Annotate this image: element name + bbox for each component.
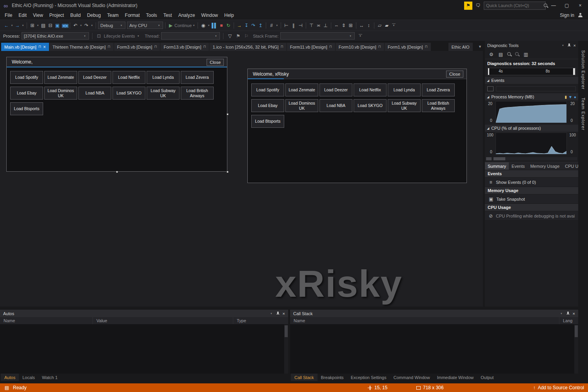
pin-tab-icon[interactable]: ⊓	[108, 45, 111, 49]
stack-frame-combo[interactable]: ▾	[280, 32, 355, 40]
save-all-icon[interactable]: ▣▣	[61, 22, 68, 29]
scroll-nub[interactable]	[486, 157, 492, 160]
document-tab[interactable]: Thirteen Theme.vb [Design]⊓	[49, 43, 114, 51]
stop-debugging-icon[interactable]: ■	[218, 22, 225, 29]
form-button[interactable]: Load Deezer	[319, 83, 352, 96]
cpu-section-header[interactable]: ◢ CPU (% of all processors)	[485, 125, 578, 132]
minimize-button[interactable]: —	[548, 2, 559, 9]
window-menu-icon[interactable]: ▾	[270, 312, 273, 315]
form-button[interactable]: Load NBA	[319, 99, 352, 112]
align-lefts-icon[interactable]: ⊢	[283, 22, 290, 29]
tool-tab-immediate-window[interactable]: Immediate Window	[434, 374, 477, 381]
resize-handle[interactable]	[116, 171, 118, 173]
nav-forward-dropdown-icon[interactable]: ▾	[21, 24, 25, 27]
zoom-in-icon[interactable]	[507, 52, 512, 57]
document-tab[interactable]: Form10.vb [Design]⊓	[336, 43, 384, 51]
form-button[interactable]: Load Subway UK	[388, 99, 421, 112]
debug-snapshot-icon[interactable]: ◉	[200, 22, 207, 29]
toolbar-overflow-icon[interactable]: ▾	[392, 24, 396, 27]
tool-tab-locals[interactable]: Locals	[19, 374, 38, 381]
vertical-spacing-icon[interactable]: ↕	[365, 22, 372, 29]
sidebar-tab-team-explorer[interactable]: Team Explorer	[581, 98, 586, 131]
continue-button[interactable]: Continue	[174, 23, 192, 28]
undo-icon[interactable]: ↶	[72, 22, 79, 29]
same-size-icon[interactable]: ⊞	[347, 22, 354, 29]
document-tab[interactable]: Ethic AIO	[448, 43, 473, 51]
continue-dropdown-icon[interactable]: ▾	[192, 24, 196, 27]
align-rights-icon[interactable]: ⊣	[297, 22, 304, 29]
pin-panel-icon[interactable]	[566, 311, 570, 316]
memory-section-header[interactable]: ◢ Process Memory (MB) ▮ ▼ ●	[485, 93, 578, 100]
menu-item-analyze[interactable]: Analyze	[175, 11, 198, 20]
code-analysis-icon[interactable]: #	[268, 22, 275, 29]
user-avatar-icon[interactable]	[577, 13, 583, 18]
menu-item-view[interactable]: View	[30, 11, 46, 20]
redo-dropdown-icon[interactable]: ▾	[90, 24, 94, 27]
new-project-dropdown-icon[interactable]: ▾	[36, 24, 40, 27]
designer-form-xrisky[interactable]: Welcome, xRisky Close Load Spotify Load …	[247, 69, 467, 183]
same-height-icon[interactable]: ⇕	[340, 22, 347, 29]
form-button[interactable]: Load Zevera	[181, 71, 214, 84]
designer-form-welcome[interactable]: Welcome, Close Load Spotify Load Zenmate…	[6, 57, 227, 172]
close-panel-icon[interactable]: ×	[573, 43, 576, 48]
form-button[interactable]: Load Zevera	[422, 83, 455, 96]
form-button[interactable]: Load Netflix	[113, 71, 145, 84]
document-tab[interactable]: Form3.vb [Design]⊓	[114, 43, 160, 51]
lifecycle-events-button[interactable]: Lifecycle Events	[104, 34, 135, 38]
pin-tab-icon[interactable]: ⊓	[154, 45, 157, 49]
form-close-button[interactable]: Close	[207, 59, 224, 66]
form-button[interactable]: Load Ebay	[251, 99, 284, 112]
close-panel-icon[interactable]: ×	[283, 311, 285, 316]
menu-item-build[interactable]: Build	[67, 11, 84, 20]
form-button[interactable]: Load Subway UK	[147, 87, 180, 100]
menu-item-debug[interactable]: Debug	[84, 11, 104, 20]
nav-back-dropdown-icon[interactable]: ▾	[10, 24, 14, 27]
thread-combo[interactable]: ▾	[161, 32, 220, 40]
timeline-end-marker[interactable]	[573, 68, 575, 75]
pin-panel-icon[interactable]	[567, 43, 571, 48]
new-project-icon[interactable]: ⊞	[29, 22, 36, 29]
same-width-icon[interactable]: ⇔	[333, 22, 340, 29]
align-tops-icon[interactable]: ⊤	[308, 22, 315, 29]
pin-tab-icon[interactable]: ⊓	[281, 45, 283, 49]
tool-tab-autos[interactable]: Autos	[1, 374, 19, 381]
form-button[interactable]: Load SKYGO	[113, 87, 145, 100]
collapse-triangle-icon[interactable]: ◢	[487, 127, 489, 130]
document-tab[interactable]: Form13.vb [Design]⊓	[160, 43, 209, 51]
lifecycle-events-dropdown-icon[interactable]: ▾	[136, 34, 140, 38]
add-to-source-control-button[interactable]: ↑ Add to Source Control	[533, 385, 584, 390]
align-middles-icon[interactable]: ≍	[315, 22, 322, 29]
menu-item-project[interactable]: Project	[46, 11, 67, 20]
form-button[interactable]: Load Ebay	[10, 87, 43, 100]
align-centers-icon[interactable]: ∥	[290, 22, 297, 29]
horizontal-spacing-icon[interactable]: ↔	[358, 22, 365, 29]
document-tab[interactable]: 1.ico - Icon [256x256, 32 bit, PNG]⊓	[209, 43, 286, 51]
close-tab-icon[interactable]: ×	[43, 45, 46, 49]
tool-tab-exception-settings[interactable]: Exception Settings	[347, 374, 390, 381]
feedback-icon[interactable]: 🗨︎	[475, 2, 481, 9]
menu-item-team[interactable]: Team	[104, 11, 122, 20]
diagnostics-hscrollbar[interactable]	[486, 156, 577, 161]
take-snapshot-row[interactable]: ▣ Take Snapshot	[485, 194, 578, 204]
scroll-thumb[interactable]	[285, 325, 288, 337]
pin-tab-icon[interactable]: ⊓	[203, 45, 206, 49]
flagged-only-icon[interactable]: ⚐	[243, 32, 250, 40]
nav-back-icon[interactable]: ←	[3, 22, 10, 29]
form-button[interactable]: Load British Airways	[422, 99, 455, 112]
form-button[interactable]: Load Btsports	[10, 102, 43, 115]
form-button[interactable]: Load Netflix	[354, 83, 387, 96]
menu-item-help[interactable]: Help	[221, 11, 237, 20]
scroll-thumb[interactable]	[575, 325, 578, 337]
pin-tab-icon[interactable]: ⊓	[425, 45, 428, 49]
code-analysis-dropdown-icon[interactable]: ▾	[275, 24, 279, 27]
process-combo[interactable]: [3704] Ethic AIO.exe▾	[22, 32, 89, 40]
diagnostics-timeline[interactable]: 4s 8s	[487, 68, 576, 75]
step-into-icon[interactable]: ↧	[243, 22, 250, 29]
pin-tab-icon[interactable]: ⊓	[378, 45, 381, 49]
toolbar-overflow-icon[interactable]: ▾	[359, 34, 362, 38]
break-all-pause-icon[interactable]: ▌▌	[211, 22, 218, 29]
step-over-icon[interactable]: ↷	[250, 22, 257, 29]
sidebar-tab-solution-explorer[interactable]: Solution Explorer	[581, 50, 586, 90]
debug-snapshot-dropdown-icon[interactable]: ▾	[207, 24, 211, 27]
scroll-thumb[interactable]	[494, 157, 505, 160]
